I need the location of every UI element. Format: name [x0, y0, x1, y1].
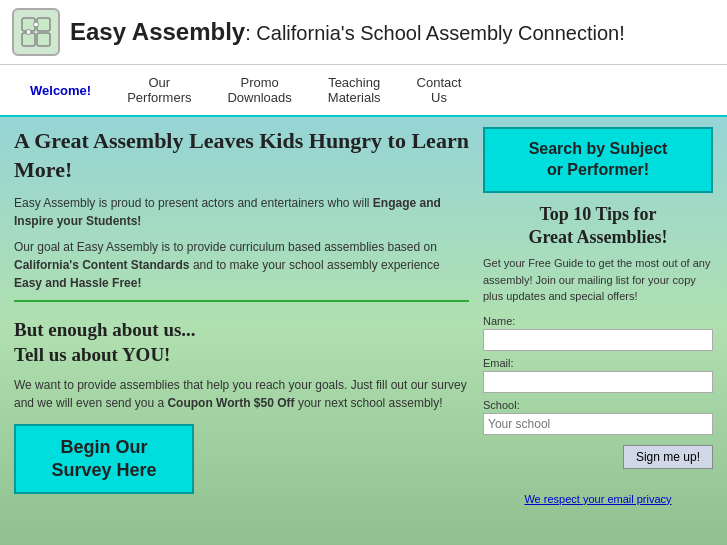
school-field-group: School:	[483, 399, 713, 435]
header-title: Easy Assembly: California's School Assem…	[70, 16, 625, 47]
survey-button[interactable]: Begin OurSurvey Here	[14, 424, 194, 495]
intro2-mid: and to make your school assembly experie…	[190, 258, 440, 272]
brand-name: Easy Assembly	[70, 18, 245, 45]
logo-icon	[12, 8, 60, 56]
name-label: Name:	[483, 315, 713, 327]
intro1-text: Easy Assembly is proud to present actors…	[14, 196, 373, 210]
svg-rect-3	[37, 33, 50, 46]
svg-point-5	[26, 30, 31, 35]
signup-button[interactable]: Sign me up!	[623, 445, 713, 469]
nav-contact[interactable]: ContactUs	[399, 65, 480, 115]
intro2-bold1: California's Content Standards	[14, 258, 190, 272]
intro-paragraph-2: Our goal at Easy Assembly is to provide …	[14, 238, 469, 292]
survey-bold: Coupon Worth $50 Off	[167, 396, 294, 410]
content-area: A Great Assembly Leaves Kids Hungry to L…	[0, 117, 727, 515]
sub-heading: But enough about us...Tell us about YOU!	[14, 318, 469, 367]
intro2-bold2: Easy and Hassle Free!	[14, 276, 141, 290]
nav-promo[interactable]: PromoDownloads	[209, 65, 309, 115]
email-field-group: Email:	[483, 357, 713, 393]
email-label: Email:	[483, 357, 713, 369]
email-input[interactable]	[483, 371, 713, 393]
header-subtitle: : California's School Assembly Connectio…	[245, 22, 625, 44]
nav-teaching[interactable]: TeachingMaterials	[310, 65, 399, 115]
intro2-start: Our goal at Easy Assembly is to provide …	[14, 240, 437, 254]
intro-paragraph-1: Easy Assembly is proud to present actors…	[14, 194, 469, 230]
survey-text-end: your next school assembly!	[295, 396, 443, 410]
right-column: Search by Subjector Performer! Top 10 Ti…	[483, 127, 713, 505]
left-column: A Great Assembly Leaves Kids Hungry to L…	[14, 127, 483, 505]
nav-bar: Welcome! OurPerformers PromoDownloads Te…	[0, 65, 727, 117]
name-input[interactable]	[483, 329, 713, 351]
name-field-group: Name:	[483, 315, 713, 351]
nav-performers[interactable]: OurPerformers	[109, 65, 209, 115]
privacy-link[interactable]: We respect your email privacy	[483, 493, 713, 505]
page-wrapper: Easy Assembly: California's School Assem…	[0, 0, 727, 545]
header: Easy Assembly: California's School Assem…	[0, 0, 727, 65]
svg-point-4	[34, 22, 39, 27]
tips-text: Get your Free Guide to get the most out …	[483, 255, 713, 305]
school-label: School:	[483, 399, 713, 411]
survey-paragraph: We want to provide assemblies that help …	[14, 376, 469, 412]
search-button[interactable]: Search by Subjector Performer!	[483, 127, 713, 193]
signup-row: Sign me up!	[483, 441, 713, 469]
main-heading: A Great Assembly Leaves Kids Hungry to L…	[14, 127, 469, 184]
nav-welcome[interactable]: Welcome!	[12, 73, 109, 108]
tips-heading: Top 10 Tips forGreat Assemblies!	[483, 203, 713, 250]
school-input[interactable]	[483, 413, 713, 435]
divider	[14, 300, 469, 302]
